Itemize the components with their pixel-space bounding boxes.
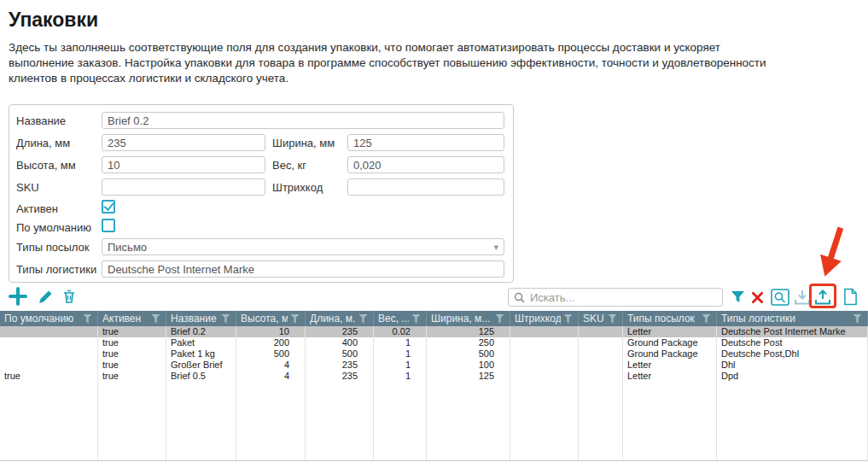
table-cell: Letter (623, 326, 717, 337)
logistic-types-label: Типы логистики (16, 263, 96, 276)
delete-button[interactable] (61, 289, 77, 304)
column-header[interactable]: Высота, м... (236, 311, 306, 326)
column-header-label: Активен (102, 313, 141, 325)
filter-funnel-icon[interactable] (83, 314, 92, 324)
empty-cell (717, 382, 868, 461)
sku-input[interactable] (102, 178, 265, 196)
upload-button[interactable] (814, 289, 831, 306)
table-cell: 125 (427, 371, 510, 382)
sku-label: SKU (16, 181, 39, 194)
table-cell (579, 371, 623, 382)
table-cell: 1 (374, 371, 427, 382)
download-button[interactable] (794, 289, 811, 306)
table-cell: 125 (427, 326, 510, 337)
column-header[interactable]: SKU (579, 311, 623, 326)
package-form: Название Длина, мм Ширина, мм Высота, мм… (9, 104, 514, 283)
edit-button[interactable] (38, 290, 53, 305)
clear-filter-button[interactable] (751, 291, 764, 304)
filter-funnel-icon[interactable] (702, 314, 711, 324)
length-input[interactable] (102, 134, 265, 151)
column-header-label: Типы логистики (721, 313, 795, 325)
table-cell: true (98, 371, 166, 382)
active-checkbox[interactable] (102, 200, 115, 214)
column-header[interactable]: Активен (98, 311, 166, 326)
table-row[interactable]: truePaket 1 kg5005001500Ground PackageDe… (0, 348, 867, 360)
column-header[interactable]: По умолчанию (0, 311, 98, 326)
table-row[interactable]: trueGroßer Brief42351100LetterDhl (0, 360, 867, 371)
logistic-types-input[interactable] (102, 260, 504, 278)
export-file-button[interactable] (843, 288, 858, 306)
width-input[interactable] (347, 134, 504, 151)
filter-funnel-icon[interactable] (221, 314, 230, 324)
column-header[interactable]: Длина, м... (306, 311, 374, 326)
table-cell: Großer Brief (166, 360, 236, 371)
add-button[interactable] (9, 287, 27, 306)
table-cell: 235 (306, 326, 374, 337)
search-icon (514, 292, 525, 303)
table-cell: Paket (166, 337, 236, 348)
column-header[interactable]: Ширина, м... (427, 311, 510, 326)
search-input[interactable] (530, 291, 717, 304)
table-cell: Deutsche Post (717, 337, 868, 348)
table-search-icon (771, 294, 789, 308)
table-cell: Letter (623, 360, 717, 371)
column-header-label: По умолчанию (4, 313, 73, 325)
table-cell: 100 (427, 360, 510, 371)
filter-funnel-icon[interactable] (358, 314, 368, 324)
empty-cell (510, 382, 579, 461)
active-label: Активен (16, 202, 58, 215)
table-cell: true (98, 337, 166, 348)
table-cell: 200 (236, 337, 306, 348)
column-header-label: Штрихкод (515, 313, 561, 325)
default-checkbox[interactable] (102, 219, 115, 232)
filter-funnel-icon[interactable] (853, 314, 862, 324)
filter-funnel-icon[interactable] (290, 314, 300, 324)
table-cell: Deutsche Post,Dhl (717, 348, 868, 360)
table-cell: 400 (306, 337, 374, 348)
table-cell: true (0, 371, 98, 382)
filter-funnel-icon[interactable] (608, 314, 617, 324)
weight-input[interactable] (347, 156, 504, 173)
barcode-input[interactable] (347, 178, 504, 196)
table-row[interactable]: truetrueBrief 0.542351125LetterDpd (0, 371, 867, 382)
width-label: Ширина, мм (272, 137, 335, 149)
page-title: Упаковки (9, 9, 98, 32)
table-cell: 4 (236, 360, 306, 371)
grid-header: По умолчаниюАктивенНазваниеВысота, м...Д… (0, 311, 868, 326)
filter-button[interactable] (731, 290, 745, 304)
height-input[interactable] (102, 156, 265, 173)
table-cell (0, 337, 98, 348)
parcel-types-select[interactable]: Письмо ▾ (102, 238, 504, 255)
table-cell: 500 (427, 348, 510, 360)
table-cell: 235 (306, 360, 374, 371)
column-header[interactable]: Название (166, 311, 236, 326)
download-icon (794, 294, 811, 308)
name-label: Название (16, 114, 66, 127)
column-header[interactable]: Типы логистики (717, 311, 868, 326)
table-row[interactable]: truePaket2004001250Ground PackageDeutsch… (0, 337, 867, 348)
table-search-button[interactable] (771, 289, 789, 306)
chevron-down-icon: ▾ (493, 242, 498, 253)
empty-cell (427, 382, 510, 461)
column-header[interactable]: Штрихкод (510, 311, 579, 326)
weight-label: Вес, кг (272, 159, 306, 172)
grid-filler (0, 382, 867, 461)
table-cell (510, 337, 579, 348)
filter-funnel-icon[interactable] (563, 314, 573, 324)
length-label: Длина, мм (16, 137, 70, 149)
empty-cell (579, 382, 623, 461)
trash-icon (61, 292, 77, 307)
table-cell: true (98, 348, 166, 360)
filter-funnel-icon[interactable] (411, 314, 421, 324)
barcode-label: Штрихкод (272, 181, 323, 194)
column-header[interactable]: Типы посылок (623, 311, 717, 326)
empty-cell (374, 382, 427, 461)
table-row[interactable]: trueBrief 0.2102350.02125LetterDeutsche … (0, 326, 867, 337)
table-cell (510, 360, 579, 371)
name-input[interactable] (102, 112, 504, 129)
table-cell (579, 326, 623, 337)
column-header[interactable]: Вес, ... (374, 311, 427, 326)
filter-funnel-icon[interactable] (495, 314, 504, 324)
pencil-icon (38, 293, 53, 307)
filter-funnel-icon[interactable] (151, 314, 160, 324)
